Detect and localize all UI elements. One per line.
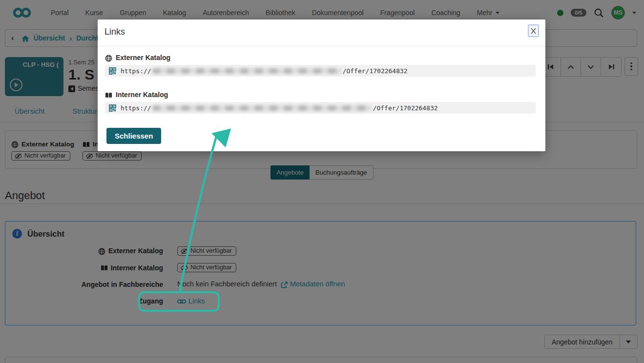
schliessen-button[interactable]: Schliessen bbox=[106, 128, 161, 144]
book-icon bbox=[105, 91, 112, 99]
internal-catalog-url[interactable]: https:///Offer/1702264832 bbox=[105, 102, 536, 114]
modal-header: Links bbox=[98, 20, 545, 46]
qr-code-icon[interactable] bbox=[109, 66, 116, 75]
globe-icon bbox=[105, 54, 112, 62]
modal-internal-catalog-label: Interner Katalog bbox=[105, 91, 168, 99]
modal-section-label-text: Externer Katalog bbox=[116, 54, 170, 61]
redacted-url-segment bbox=[152, 68, 342, 74]
modal-title: Links bbox=[104, 27, 125, 37]
url-suffix: /Offer/1702264832 bbox=[373, 104, 438, 112]
screen: Portal Kurse Gruppen Katalog Autorenbere… bbox=[0, 0, 644, 363]
qr-code-icon[interactable] bbox=[109, 103, 116, 112]
redacted-url-segment bbox=[152, 105, 372, 111]
links-modal: Links Externer Katalog https:///Offer/17… bbox=[98, 20, 545, 151]
url-suffix: /Offer/1702264832 bbox=[343, 67, 408, 75]
url-prefix: https:// bbox=[121, 67, 151, 75]
modal-external-catalog-label: Externer Katalog bbox=[105, 54, 170, 62]
close-icon[interactable] bbox=[528, 24, 539, 37]
modal-section-label-text: Interner Katalog bbox=[116, 91, 168, 99]
external-catalog-url[interactable]: https:///Offer/1702264832 bbox=[105, 65, 536, 77]
url-prefix: https:// bbox=[121, 104, 151, 112]
